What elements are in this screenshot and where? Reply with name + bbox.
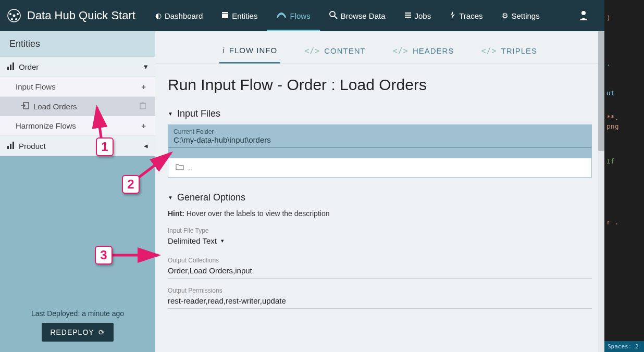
svg-rect-23 <box>13 142 14 149</box>
svg-rect-6 <box>222 14 228 18</box>
nav-traces[interactable]: Traces <box>440 0 492 31</box>
nav-browse[interactable]: Browse Data <box>320 0 395 31</box>
nav-traces-label: Traces <box>459 11 482 20</box>
app-title: Data Hub Quick Start <box>27 9 135 22</box>
editor-status: Spaces: 2 <box>604 341 644 352</box>
svg-point-3 <box>17 13 19 15</box>
svg-rect-21 <box>7 146 9 149</box>
nav-flows-label: Flows <box>290 11 310 20</box>
folder-icon <box>176 164 184 172</box>
trash-icon[interactable] <box>140 102 146 111</box>
editor-line: If <box>606 157 615 165</box>
tab-flowinfo-label: FLOW INFO <box>229 46 277 55</box>
input-file-type-label: Input File Type <box>168 227 592 234</box>
svg-point-4 <box>11 18 13 20</box>
hint: Hint: Hover over the labels to view the … <box>168 209 592 218</box>
output-collections-input[interactable]: Order,Load Orders,input <box>168 264 592 279</box>
tab-content-label: CONTENT <box>324 46 366 55</box>
traces-icon <box>450 11 456 21</box>
current-folder-value[interactable]: C:\my-data-hub\input\orders <box>168 135 591 148</box>
general-options-section[interactable]: General Options <box>168 192 592 203</box>
harmonize-flows-item[interactable]: Harmonize Flows + <box>0 116 155 136</box>
editor-line: ) <box>606 14 611 22</box>
info-icon: i <box>222 46 225 55</box>
code-icon: </> <box>304 46 320 56</box>
svg-rect-22 <box>10 144 11 149</box>
load-orders-label: Load Orders <box>33 102 77 111</box>
editor-pane: ) . ut **. png If r . Spaces: 2 <box>604 0 644 352</box>
redeploy-label: REDEPLOY <box>50 328 94 336</box>
general-options-heading: General Options <box>177 192 245 203</box>
dashboard-icon: ◐ <box>155 11 162 20</box>
flows-icon <box>276 11 287 20</box>
nav-dashboard-label: Dashboard <box>165 11 203 20</box>
output-permissions-input[interactable]: rest-reader,read,rest-writer,update <box>168 294 592 309</box>
redeploy-button[interactable]: REDEPLOY⟳ <box>42 323 113 342</box>
svg-line-9 <box>335 16 337 19</box>
svg-point-2 <box>9 13 11 15</box>
editor-line: png <box>606 122 618 130</box>
svg-point-13 <box>581 11 586 15</box>
plus-icon[interactable]: + <box>141 121 146 130</box>
editor-line: **. <box>606 114 618 121</box>
svg-point-8 <box>330 11 335 17</box>
current-folder-label: Current Folder <box>168 125 591 135</box>
editor-line: . <box>606 59 611 67</box>
hint-text: Hover over the labels to view the descri… <box>184 209 330 218</box>
svg-rect-15 <box>10 65 11 70</box>
input-file-type-dropdown[interactable]: Delimited Text <box>168 234 224 248</box>
nav-entities[interactable]: Entities <box>212 0 267 31</box>
tab-flowinfo[interactable]: iFLOW INFO <box>219 42 280 64</box>
parent-dir-row[interactable]: .. <box>168 158 591 177</box>
input-flows-label: Input Flows <box>16 82 56 91</box>
input-flows-item[interactable]: Input Flows + <box>0 77 155 97</box>
editor-line: r . <box>606 218 618 226</box>
tab-headers[interactable]: </>HEADERS <box>390 42 457 63</box>
tab-content[interactable]: </>CONTENT <box>301 42 369 63</box>
chevron-down-icon: ▾ <box>144 62 148 71</box>
editor-line: ut <box>606 89 615 97</box>
svg-rect-16 <box>13 62 14 70</box>
sidebar-footer: Last Deployed: a minute ago REDEPLOY⟳ <box>0 303 155 352</box>
search-icon <box>329 11 338 21</box>
navbar: Data Hub Quick Start ◐Dashboard Entities… <box>0 0 604 31</box>
scrollthumb[interactable] <box>598 31 604 151</box>
last-deployed: Last Deployed: a minute ago <box>5 309 150 318</box>
chart-icon <box>7 142 15 150</box>
nav-jobs[interactable]: Jobs <box>395 0 441 31</box>
nav-user[interactable] <box>569 0 598 31</box>
scrollbar[interactable] <box>598 31 604 352</box>
nav-jobs-label: Jobs <box>415 11 431 20</box>
svg-rect-18 <box>140 104 145 109</box>
entity-order[interactable]: Order ▾ <box>0 57 155 77</box>
output-permissions-label: Output Permissions <box>168 287 592 294</box>
tab-headers-label: HEADERS <box>413 46 454 55</box>
tab-triples[interactable]: </>TRIPLES <box>478 42 540 63</box>
svg-point-1 <box>13 15 16 17</box>
nav-settings-label: Settings <box>512 11 540 20</box>
app-logo-icon <box>6 8 22 23</box>
entity-product-label: Product <box>19 142 46 150</box>
load-orders-item[interactable]: Load Orders <box>0 97 155 116</box>
nav-settings[interactable]: ⚙Settings <box>492 0 549 31</box>
nav-entities-label: Entities <box>232 11 257 20</box>
code-icon: </> <box>393 46 408 56</box>
entity-product[interactable]: Product ◂ <box>0 136 155 156</box>
main: iFLOW INFO </>CONTENT </>HEADERS </>TRIP… <box>155 31 604 352</box>
folder-box: Current Folder C:\my-data-hub\input\orde… <box>168 124 592 178</box>
content: Run Input Flow - Order : Load Orders Inp… <box>155 64 604 352</box>
nav-dashboard[interactable]: ◐Dashboard <box>146 0 212 31</box>
output-collections-value: Order,Load Orders,input <box>168 266 252 275</box>
sidebar-heading: Entities <box>0 31 155 57</box>
parent-dir-label: .. <box>188 164 192 172</box>
sidebar: Entities Order ▾ Input Flows + Load Orde… <box>0 31 155 352</box>
nav-browse-label: Browse Data <box>341 11 386 20</box>
user-icon <box>578 10 589 22</box>
nav-flows[interactable]: Flows <box>267 0 319 31</box>
plus-icon[interactable]: + <box>141 82 146 91</box>
svg-rect-14 <box>7 67 9 70</box>
input-files-section[interactable]: Input Files <box>168 108 592 119</box>
hint-bold: Hint: <box>168 209 184 218</box>
tabs: iFLOW INFO </>CONTENT </>HEADERS </>TRIP… <box>155 31 604 64</box>
svg-rect-7 <box>222 12 228 13</box>
